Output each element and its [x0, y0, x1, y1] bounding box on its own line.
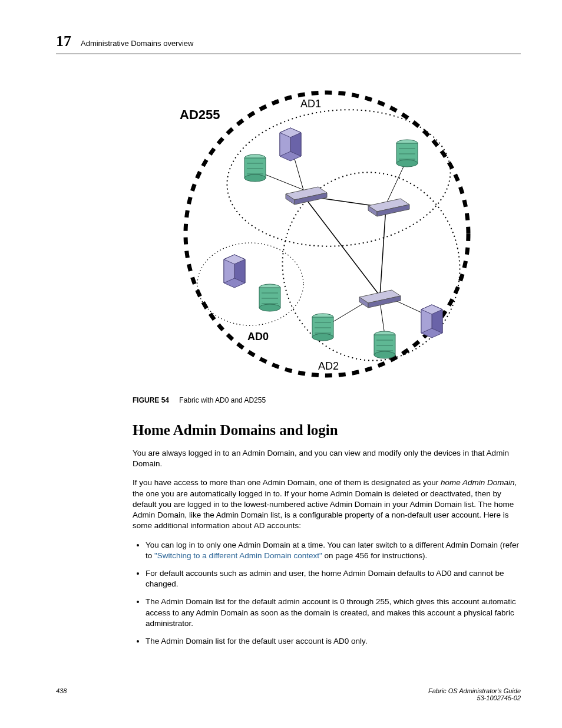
body-text: You are always logged in to an Admin Dom… — [133, 448, 521, 647]
bullet-list: You can log in to only one Admin Domain … — [133, 540, 521, 647]
doc-id: 53-1002745-02 — [428, 694, 521, 701]
svg-point-3 — [197, 243, 303, 325]
chapter-number: 17 — [56, 32, 71, 50]
term-home-admin-domain: home Admin Domain — [441, 478, 515, 487]
svg-line-9 — [386, 160, 406, 205]
bullet-4: The Admin Domain list for the default us… — [146, 636, 521, 647]
svg-point-2 — [265, 156, 477, 377]
label-ad0: AD0 — [247, 331, 269, 342]
doc-title: Fabric OS Administrator's Guide — [428, 687, 521, 694]
page-footer: 438 Fabric OS Administrator's Guide 53-1… — [56, 687, 521, 701]
page-header: 17 Administrative Domains overview — [56, 32, 521, 54]
label-ad2: AD2 — [318, 360, 339, 372]
link-switching-context[interactable]: "Switching to a different Admin Domain c… — [154, 551, 322, 560]
paragraph-1: You are always logged in to an Admin Dom… — [133, 448, 521, 469]
bullet-1: You can log in to only one Admin Domain … — [146, 540, 521, 561]
section-heading: Home Admin Domains and login — [133, 422, 521, 439]
page-number: 438 — [56, 687, 67, 701]
bullet-2: For default accounts such as admin and u… — [146, 568, 521, 589]
figure-caption: FIGURE 54 Fabric with AD0 and AD255 — [133, 396, 521, 404]
bullet-3: The Admin Domain list for the default ad… — [146, 597, 521, 629]
chapter-title: Administrative Domains overview — [81, 39, 193, 48]
paragraph-2: If you have access to more than one Admi… — [133, 477, 521, 531]
figure-caption-text: Fabric with AD0 and AD255 — [179, 396, 266, 404]
label-ad1: AD1 — [300, 98, 321, 110]
figure-diagram: AD255 AD1 AD0 AD2 — [133, 72, 521, 390]
figure-label: FIGURE 54 — [133, 396, 169, 404]
svg-line-5 — [380, 207, 386, 296]
label-ad255: AD255 — [180, 107, 220, 122]
